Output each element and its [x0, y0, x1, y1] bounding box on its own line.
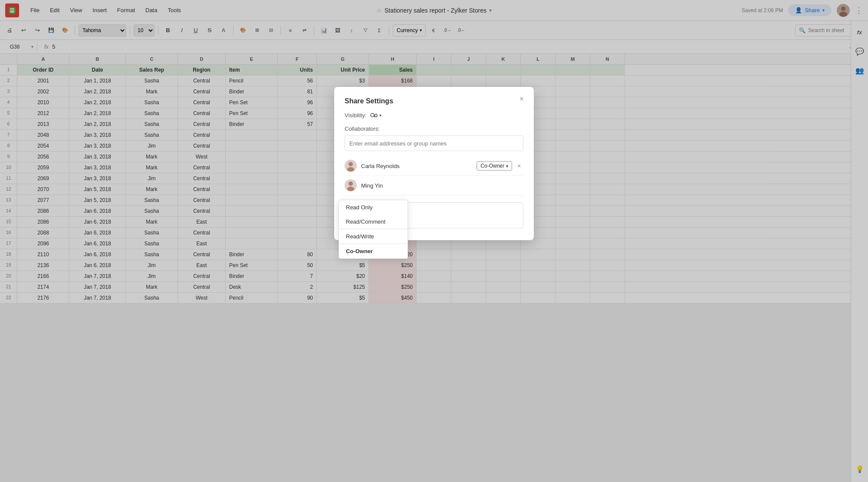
collab-name: Ming Yin	[361, 182, 523, 189]
svg-point-11	[349, 162, 353, 166]
dialog-title: Share Settings	[345, 97, 523, 105]
dialog-close-button[interactable]: ×	[516, 94, 527, 104]
svg-point-8	[371, 113, 374, 117]
role-dropdown: Read Only Read/Comment Read/Write Co-Own…	[339, 200, 408, 259]
collaborators-list: Carla Reynolds Co-Owner ▾ × Ming Yin	[345, 156, 523, 195]
role-read-comment[interactable]: Read/Comment	[339, 215, 408, 229]
collab-name: Carla Reynolds	[361, 163, 477, 169]
modal-overlay: Share Settings × Visibility: ▾ Collabora…	[0, 0, 868, 482]
svg-point-12	[347, 167, 354, 172]
role-co-owner[interactable]: Co-Owner	[339, 244, 408, 258]
visibility-row: Visibility: ▾	[345, 112, 523, 119]
collab-item: Carla Reynolds Co-Owner ▾ ×	[345, 156, 523, 176]
collab-remove-button[interactable]: ×	[515, 162, 523, 170]
role-label: Co-Owner	[480, 163, 504, 169]
svg-point-15	[347, 187, 354, 191]
collab-role-button[interactable]: Co-Owner ▾	[477, 161, 512, 171]
visibility-button[interactable]: ▾	[370, 112, 381, 119]
visibility-caret: ▾	[379, 113, 381, 118]
collaborators-label: Collaborators:	[345, 125, 523, 132]
email-input[interactable]	[345, 135, 523, 151]
collab-avatar	[345, 160, 357, 172]
role-caret: ▾	[506, 164, 508, 168]
svg-point-14	[349, 182, 353, 186]
visibility-label: Visibility:	[345, 112, 366, 119]
role-read-only[interactable]: Read Only	[339, 200, 408, 215]
role-read-write[interactable]: Read/Write	[339, 229, 408, 244]
collab-avatar	[345, 179, 357, 191]
collab-item: Ming Yin	[345, 176, 523, 195]
